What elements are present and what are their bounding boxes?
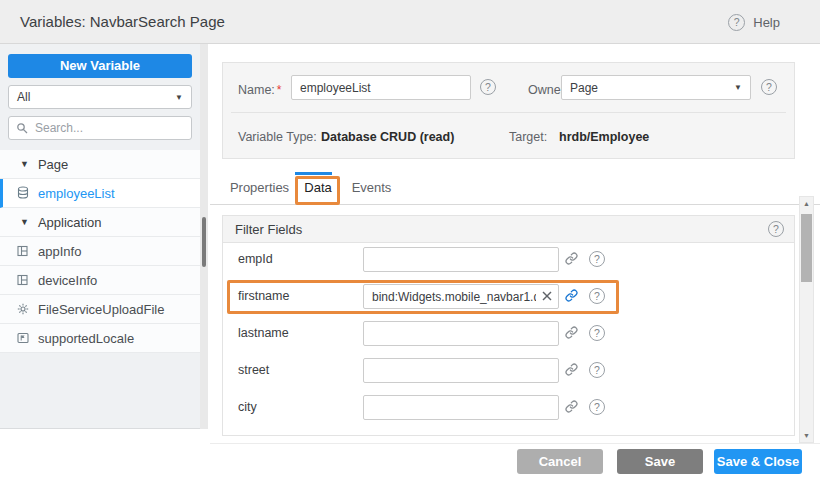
field-label: lastname [238,321,289,346]
caret-down-icon: ▼ [20,159,29,169]
owner-help-icon[interactable]: ? [761,79,777,95]
locale-variable-icon [16,332,29,344]
owner-select[interactable]: Page ▼ [561,75,751,100]
variable-summary-box: Name:* ? Owner:* Page ▼ ? Variable Type:… [222,62,795,159]
target-label: Target: [509,125,547,150]
variable-search [8,116,192,140]
detail-tabs: Properties Data Events [210,172,820,205]
filter-row-empid: empId ? [223,247,794,272]
save-button[interactable]: Save [617,449,703,474]
filter-row-street: street ? [223,358,794,383]
sidebar-scrollbar[interactable] [200,44,208,429]
variable-filter-value: All [17,90,30,104]
filter-fields-help-icon[interactable]: ? [768,221,784,237]
street-input[interactable] [363,358,559,383]
service-variable-icon [16,303,29,315]
database-variable-icon [16,186,29,200]
field-help-icon[interactable]: ? [589,325,605,341]
name-label: Name:* [238,76,282,101]
scroll-down-arrow[interactable]: ▼ [800,429,813,442]
required-asterisk: * [277,83,282,97]
help-button[interactable]: ? Help [728,0,780,44]
scroll-up-arrow[interactable]: ▲ [800,197,813,210]
filter-fields-section: Filter Fields ? empId ? firstname [222,215,795,436]
cancel-button[interactable]: Cancel [517,449,603,474]
owner-value: Page [570,81,598,95]
variables-dialog: Variables: NavbarSearch Page ? Help New … [0,0,820,490]
sidebar-item-fileserviceuploadfile[interactable]: FileServiceUploadFile [0,295,200,324]
field-help-icon[interactable]: ? [589,251,605,267]
variable-detail-panel: Name:* ? Owner:* Page ▼ ? Variable Type:… [210,44,820,444]
filter-row-firstname: firstname ? [223,284,794,309]
group-label: Page [38,157,68,172]
clear-binding-icon[interactable] [540,289,554,303]
bind-link-icon[interactable] [565,252,578,265]
chevron-down-icon: ▼ [175,93,183,102]
variables-sidebar: New Variable All ▼ ▼ Page employeeList ▼… [0,44,200,429]
help-label: Help [753,15,780,30]
help-icon: ? [728,14,745,31]
variable-type-label: Variable Type: [238,125,317,150]
filter-fields-title: Filter Fields [235,222,302,237]
variable-label: deviceInfo [38,273,97,288]
field-help-icon[interactable]: ? [589,399,605,415]
dialog-header: Variables: NavbarSearch Page ? Help [0,0,820,44]
sidebar-group-page[interactable]: ▼ Page [0,150,200,179]
variable-type-value: Database CRUD (read) [321,125,454,150]
save-and-close-button[interactable]: Save & Close [714,449,802,474]
content-scrollbar-thumb[interactable] [801,214,812,282]
sidebar-group-application[interactable]: ▼ Application [0,208,200,237]
tab-events[interactable]: Events [343,172,400,204]
target-value: hrdb/Employee [559,125,649,150]
sidebar-item-appinfo[interactable]: appInfo [0,237,200,266]
name-help-icon[interactable]: ? [480,79,496,95]
variable-label: employeeList [38,186,115,201]
filter-fields-header: Filter Fields ? [223,216,794,243]
city-input[interactable] [363,395,559,420]
field-label: empId [238,247,273,272]
chevron-down-icon: ▼ [734,83,742,92]
firstname-input[interactable] [363,284,559,309]
group-label: Application [38,215,102,230]
empid-input[interactable] [363,247,559,272]
variable-label: FileServiceUploadFile [38,302,164,317]
field-help-icon[interactable]: ? [589,362,605,378]
variable-label: appInfo [38,244,81,259]
search-icon [16,122,28,134]
dialog-title: Variables: NavbarSearch Page [20,0,225,44]
content-scrollbar[interactable]: ▲ ▼ [799,196,814,443]
search-input[interactable] [33,120,192,136]
filter-row-lastname: lastname ? [223,321,794,346]
bind-link-icon[interactable] [565,363,578,376]
tab-data[interactable]: Data [293,172,343,204]
new-variable-button[interactable]: New Variable [8,54,192,78]
variable-filter-select[interactable]: All ▼ [8,85,192,109]
tab-properties[interactable]: Properties [226,172,293,204]
field-label: firstname [238,284,289,309]
variable-label: supportedLocale [38,331,134,346]
field-help-icon[interactable]: ? [589,288,605,304]
bind-link-icon[interactable] [565,400,578,413]
field-label: street [238,358,269,383]
active-tab-indicator [295,172,332,175]
field-label: city [238,395,257,420]
summary-divider [231,112,786,113]
lastname-input[interactable] [363,321,559,346]
model-variable-icon [16,245,29,257]
name-input[interactable] [291,75,471,100]
sidebar-scrollbar-thumb[interactable] [202,217,206,267]
sidebar-item-employeelist[interactable]: employeeList [0,179,200,208]
sidebar-item-deviceinfo[interactable]: deviceInfo [0,266,200,295]
bind-link-icon[interactable] [565,289,578,302]
dialog-footer: Cancel Save Save & Close [0,444,820,490]
model-variable-icon [16,274,29,286]
caret-down-icon: ▼ [20,217,29,227]
sidebar-item-supportedlocale[interactable]: supportedLocale [0,324,200,353]
filter-row-city: city ? [223,395,794,420]
bind-link-icon[interactable] [565,326,578,339]
